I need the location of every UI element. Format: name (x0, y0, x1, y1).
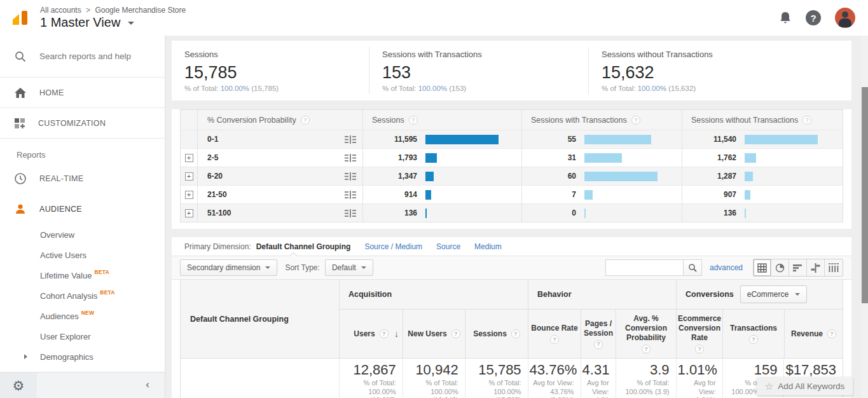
scorecard-value: 15,632 (602, 63, 851, 83)
breadcrumb-root[interactable]: All accounts (40, 6, 81, 15)
help-tooltip-icon[interactable]: ? (749, 335, 758, 344)
collapse-sidebar-icon[interactable]: ‹ (146, 378, 149, 391)
bucket-label: 6-20 (207, 172, 223, 181)
sidebar-item-lifetime-value[interactable]: Lifetime Value BETA (0, 265, 165, 285)
sidebar-search[interactable] (0, 36, 165, 78)
scrollbar-thumb[interactable] (862, 87, 868, 303)
help-tooltip-icon[interactable]: ? (380, 329, 389, 338)
column-header-bounce-rate[interactable]: Bounce Rate? (528, 310, 581, 358)
sidebar-item-audiences[interactable]: Audiences NEW (0, 306, 165, 326)
settings-gear-icon[interactable]: ⚙ (0, 373, 37, 398)
dimension-default-channel-grouping[interactable]: Default Channel Grouping (256, 242, 351, 251)
sidebar-item-customization[interactable]: CUSTOMIZATION (0, 108, 165, 139)
column-header-conversion-probability[interactable]: % Conversion Probability? (198, 110, 363, 130)
dimension-source-medium-link[interactable]: Source / Medium (364, 242, 422, 251)
column-header-users[interactable]: Users? ↓ (340, 310, 403, 358)
breadcrumb[interactable]: All accounts > Google Merchandise Store (40, 6, 186, 15)
help-tooltip-icon[interactable]: ? (594, 340, 603, 349)
table-search-button[interactable] (683, 259, 702, 276)
secondary-dimension-button[interactable]: Secondary dimension (180, 259, 277, 276)
sort-type-button[interactable]: Default (325, 259, 373, 276)
plot-rows-icon[interactable] (345, 154, 356, 162)
column-header-revenue[interactable]: Revenue? (785, 310, 843, 358)
column-header-ecommerce-conversion-rate[interactable]: Ecommerce Conversion Rate? (677, 310, 723, 358)
expand-row-icon[interactable]: + (185, 154, 193, 162)
dimension-source-link[interactable]: Source (436, 242, 460, 251)
plot-rows-icon[interactable] (345, 209, 356, 217)
totals-bounce-rate: 43.76% Avg for View: 43.76% (0.00%) (528, 359, 581, 398)
notifications-bell-icon[interactable] (779, 11, 792, 25)
expand-row-icon[interactable]: + (185, 172, 193, 181)
help-tooltip-icon[interactable]: ? (550, 335, 559, 344)
help-tooltip-icon[interactable]: ? (695, 345, 704, 353)
home-icon (14, 87, 27, 99)
percentage-view-button[interactable] (771, 259, 789, 276)
column-header-pages-session[interactable]: Pages / Session? (581, 310, 616, 358)
advanced-search-link[interactable]: advanced (710, 263, 743, 272)
comparison-view-button[interactable] (807, 259, 825, 276)
sidebar-item-demographics[interactable]: Demographics (0, 347, 165, 367)
column-header-avg-conversion-probability[interactable]: Avg. % Conversion Probability? (616, 310, 677, 358)
plot-rows-icon[interactable] (345, 191, 356, 199)
totals-dimension-cell (181, 359, 340, 398)
column-header-sessions-with-transactions[interactable]: Sessions with Transactions? (522, 110, 682, 130)
table-row: + 21-50 914 7 907 (181, 185, 843, 203)
table-row: + 2-5 1,793 31 1,762 (181, 148, 843, 167)
sidebar-item-user-explorer[interactable]: User Explorer (0, 326, 165, 347)
sidebar-subitem-label: User Explorer (40, 332, 90, 341)
add-all-keywords-button[interactable]: ☆ Add All Keywords (757, 377, 853, 395)
breadcrumb-current[interactable]: Google Merchandise Store (95, 6, 186, 15)
column-header-sessions-without-transactions[interactable]: Sessions without Transactions? (682, 110, 843, 130)
dimension-medium-link[interactable]: Medium (474, 242, 502, 251)
column-header-new-users[interactable]: New Users? (403, 310, 465, 358)
column-header-sessions[interactable]: Sessions? (465, 310, 528, 358)
view-selector[interactable]: 1 Master View (40, 15, 134, 30)
expand-row-icon[interactable]: + (185, 209, 193, 217)
help-tooltip-icon[interactable]: ? (511, 329, 520, 338)
sidebar-item-active-users[interactable]: Active Users (0, 245, 165, 265)
performance-view-button[interactable] (789, 259, 807, 276)
expand-row-icon[interactable]: + (185, 191, 193, 199)
help-tooltip-icon[interactable]: ? (409, 116, 418, 125)
help-tooltip-icon[interactable]: ? (451, 329, 460, 338)
scorecard-subtext: % of Total: 100.00% (15,785) (184, 85, 369, 92)
help-tooltip-icon[interactable]: ? (642, 345, 651, 353)
plot-rows-icon[interactable] (345, 172, 356, 181)
view-toggle-group (753, 259, 843, 277)
sidebar-item-cohort-analysis[interactable]: Cohort Analysis BETA (0, 285, 165, 306)
chevron-down-icon (795, 293, 800, 296)
sidebar-item-realtime[interactable]: REAL-TIME (0, 163, 165, 194)
clock-icon (14, 172, 27, 185)
with-transactions-bar (584, 172, 658, 181)
vertical-scrollbar[interactable] (862, 36, 868, 398)
column-header-transactions[interactable]: Transactions? (723, 310, 785, 358)
google-analytics-logo[interactable] (11, 9, 30, 28)
scorecard-subtext: % of Total: 100.00% (153) (382, 85, 588, 92)
sidebar-item-home[interactable]: HOME (0, 78, 165, 108)
sessions-value: 1,347 (363, 172, 417, 181)
data-table-icon (757, 263, 767, 273)
dimension-column-header[interactable]: Default Channel Grouping (181, 280, 340, 358)
bucket-label: 51-100 (207, 209, 231, 217)
plot-rows-icon[interactable] (345, 135, 356, 144)
user-avatar[interactable] (835, 8, 855, 28)
scorecard-subtext: % of Total: 100.00% (15,632) (602, 85, 851, 92)
sidebar-item-audience[interactable]: AUDIENCE (0, 194, 165, 224)
pivot-icon (829, 263, 839, 272)
help-tooltip-icon[interactable]: ? (827, 329, 836, 338)
help-tooltip-icon[interactable]: ? (803, 116, 811, 125)
sidebar-search-input[interactable] (39, 51, 154, 61)
expand-column-header (181, 110, 198, 130)
help-tooltip-icon[interactable]: ? (301, 116, 310, 125)
conversions-goal-dropdown[interactable]: eCommerce (740, 285, 807, 303)
pivot-view-button[interactable] (825, 259, 843, 276)
with-transactions-value: 55 (522, 135, 576, 144)
sessions-bar (425, 153, 437, 163)
table-view-button[interactable] (754, 259, 771, 276)
column-header-sessions[interactable]: Sessions? (363, 110, 522, 130)
help-tooltip-icon[interactable]: ? (631, 116, 640, 125)
sidebar-item-overview[interactable]: Overview (0, 224, 165, 245)
help-icon[interactable]: ? (806, 10, 821, 25)
table-search-input[interactable] (605, 259, 683, 276)
without-transactions-bar (745, 209, 746, 218)
